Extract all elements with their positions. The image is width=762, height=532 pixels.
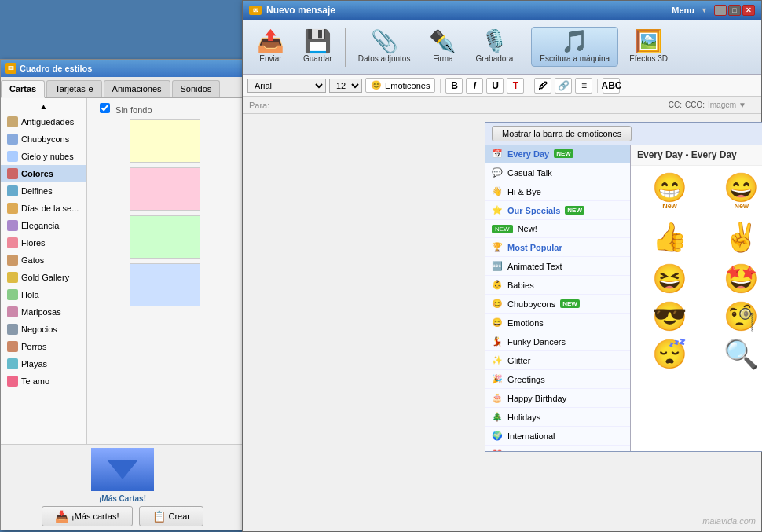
emot-cell-9[interactable]: 😆 <box>636 262 704 296</box>
emot-cell-18[interactable]: 🔍 <box>707 337 762 372</box>
emot-item-new[interactable]: NEW New! <box>485 220 630 238</box>
emot-item-holidays[interactable]: 🎄 Holidays <box>485 408 630 427</box>
toolbar-enviar[interactable]: 📤 Enviar <box>249 28 292 66</box>
sidebar-item-gold[interactable]: Gold Gallery <box>1 269 86 286</box>
glitter-icon: ✨ <box>492 355 503 365</box>
sidebar-icon-mariposas <box>7 306 18 317</box>
highlight-button[interactable]: 🖊 <box>534 78 551 94</box>
minimize-button[interactable]: _ <box>714 5 727 16</box>
arrow-down-icon <box>107 460 138 479</box>
babies-label: Babies <box>507 281 534 290</box>
sidebar-item-perros[interactable]: Perros <box>1 338 86 355</box>
toolbar-escritura[interactable]: 🎵 Escritura a máquina <box>531 27 618 67</box>
emot-item-animated-text[interactable]: 🔤 Animated Text <box>485 257 630 276</box>
emot-cell-13[interactable]: 😎 <box>636 299 704 334</box>
babies-icon: 👶 <box>492 280 503 290</box>
swatch-1[interactable] <box>130 119 200 163</box>
size-select[interactable]: 12 <box>329 79 362 93</box>
menu-arrow[interactable]: ▼ <box>701 6 708 14</box>
sidebar-item-playas[interactable]: Playas <box>1 355 86 372</box>
toolbar-firma[interactable]: ✒️ Firma <box>421 28 464 66</box>
toolbar-grabadora[interactable]: 🎙️ Grabadora <box>467 28 521 66</box>
link-button[interactable]: 🔗 <box>555 78 572 94</box>
sidebar-item-colores[interactable]: Colores <box>1 165 86 182</box>
tab-animaciones[interactable]: Animaciones <box>104 80 170 97</box>
emoticones-button[interactable]: 😊 Emoticones <box>365 78 435 93</box>
emot-item-popular[interactable]: 🏆 Most Popular <box>485 238 630 257</box>
align-button[interactable]: ≡ <box>575 78 592 94</box>
emot-cell-17[interactable]: 😴 <box>636 337 704 372</box>
emotions-icon: 😄 <box>492 317 503 328</box>
emot-item-casual[interactable]: 💬 Casual Talk <box>485 163 630 182</box>
sidebar-icon-hola <box>7 289 18 300</box>
sidebar-icon-perros <box>7 341 18 352</box>
emot-item-emotions[interactable]: 😄 Emotions <box>485 314 630 332</box>
emot-item-greetings[interactable]: 🎉 Greetings <box>485 370 630 389</box>
swatch-2[interactable] <box>130 167 200 211</box>
imagen-dropdown[interactable]: Imagem ▼ <box>708 101 755 109</box>
emot-item-birthday[interactable]: 🎂 Happy Birthday <box>485 389 630 408</box>
sinfondo-checkbox[interactable] <box>100 103 110 113</box>
sidebar-scroll-up[interactable]: ▲ <box>1 100 86 113</box>
sidebar-item-dias[interactable]: Días de la se... <box>1 200 86 217</box>
sidebar-item-mariposas[interactable]: Mariposas <box>1 303 86 321</box>
show-bar-button[interactable]: Mostrar la barra de emoticones <box>492 126 632 141</box>
new-label: New! <box>518 224 537 233</box>
emot-item-everyday[interactable]: 📅 Every Day NEW <box>485 145 630 163</box>
sidebar-item-flores[interactable]: Flores <box>1 234 86 251</box>
toolbar-guardar[interactable]: 💾 Guardar <box>295 28 340 66</box>
animated-text-icon: 🔤 <box>492 261 503 271</box>
crear-button[interactable]: 📋 Crear <box>139 506 204 526</box>
toolbar-sep-2 <box>526 28 526 67</box>
sidebar-item-elegancia[interactable]: Elegancia <box>1 217 86 234</box>
italic-button[interactable]: I <box>466 78 483 94</box>
emot-cell-2[interactable]: 😄 New <box>707 171 762 213</box>
sidebar-icon-te-amo <box>7 376 18 387</box>
emot-face-14: 🧐 <box>724 303 759 331</box>
emot-item-hi[interactable]: 👋 Hi & Bye <box>485 182 630 201</box>
sidebar-item-hola[interactable]: Hola <box>1 286 86 303</box>
titlebar-controls: _ □ ✕ <box>714 5 755 16</box>
sidebar-item-cielo[interactable]: Cielo y nubes <box>1 148 86 165</box>
tab-tarjetas[interactable]: Tarjetas-e <box>46 80 101 97</box>
emot-cell-14[interactable]: 🧐 <box>707 299 762 334</box>
toolbar-efectos3d[interactable]: 🖼️ Efectos 3D <box>621 28 676 66</box>
escritura-icon: 🎵 <box>561 31 588 53</box>
emot-item-funky[interactable]: 💃 Funky Dancers <box>485 332 630 351</box>
sidebar-item-te-amo[interactable]: Te amo <box>1 372 86 390</box>
toolbar-datos[interactable]: 📎 Datos adjuntos <box>350 28 419 66</box>
close-button[interactable]: ✕ <box>742 5 755 16</box>
maximize-button[interactable]: □ <box>728 5 741 16</box>
font-select[interactable]: Arial <box>247 79 326 93</box>
emot-cell-10[interactable]: 🤩 <box>707 262 762 296</box>
emot-cell-5[interactable]: 👍 <box>636 216 704 259</box>
emot-item-glitter[interactable]: ✨ Glitter <box>485 351 630 370</box>
sidebar-item-chubbycons[interactable]: Chubbycons <box>1 130 86 148</box>
emot-cell-6[interactable]: ✌️ <box>707 216 762 259</box>
new-box-badge: NEW <box>492 225 513 233</box>
emot-item-international[interactable]: 🌍 International <box>485 427 630 446</box>
emot-item-babies[interactable]: 👶 Babies <box>485 276 630 295</box>
sidebar-item-antiguedades[interactable]: Antigüedades <box>1 113 86 130</box>
holidays-icon: 🎄 <box>492 412 503 422</box>
menu-label[interactable]: Menu <box>672 6 694 15</box>
funky-icon: 💃 <box>492 336 503 347</box>
sidebar-item-negocios[interactable]: Negocios <box>1 321 86 338</box>
bold-button[interactable]: B <box>445 78 463 94</box>
emoticon-panel: Mostrar la barra de emoticones Cierre au… <box>485 122 762 452</box>
color-text-button[interactable]: T <box>507 78 524 94</box>
emot-cell-1[interactable]: 😁 New <box>636 171 704 213</box>
swatch-4[interactable] <box>130 263 200 306</box>
tab-sonidos[interactable]: Sonidos <box>172 80 221 97</box>
tab-cartas[interactable]: Cartas <box>1 80 45 98</box>
underline-button[interactable]: U <box>486 78 504 94</box>
emot-item-love[interactable]: ❤️ Love <box>485 446 630 451</box>
sidebar-item-delfines[interactable]: Delfines <box>1 182 86 200</box>
mas-cartas-button[interactable]: 📥 ¡Más cartas! <box>42 506 133 526</box>
emot-item-specials[interactable]: ⭐ Our Specials NEW <box>485 201 630 220</box>
spellcheck-button[interactable]: ABC <box>603 78 620 94</box>
swatch-3[interactable] <box>130 215 200 259</box>
sidebar-item-gatos[interactable]: Gatos <box>1 251 86 269</box>
format-bar: Arial 12 😊 Emoticones B I U T 🖊 🔗 ≡ ABC <box>243 75 761 97</box>
emot-item-chubbycons[interactable]: 😊 Chubbycons NEW <box>485 295 630 314</box>
